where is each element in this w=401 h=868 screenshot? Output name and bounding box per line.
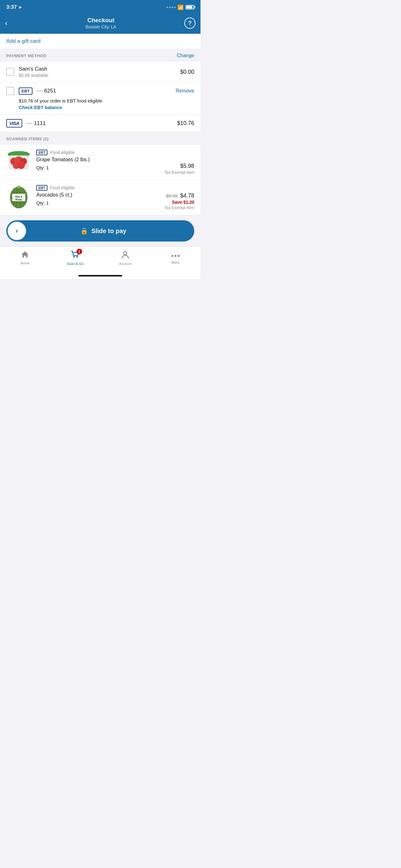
item-ebt-badge-avocado: EBT	[36, 185, 47, 191]
location-icon: ➤	[19, 5, 22, 10]
change-payment-button[interactable]: Change	[177, 53, 194, 58]
nav-label-account: Account	[119, 262, 132, 266]
nav-label-home: Home	[21, 261, 30, 265]
page-subtitle: Bossier City, LA	[18, 24, 184, 29]
battery-icon	[186, 5, 194, 9]
item-details-avocados: EBT Food eligible Avocados (5 ct.) Qty: …	[36, 185, 159, 210]
payment-method-section-header: PAYMENT METHOD Change	[0, 49, 201, 62]
home-bar	[78, 275, 122, 277]
svg-point-24	[76, 256, 78, 258]
help-button[interactable]: ?	[184, 18, 196, 29]
ebt-eligible-text: $10.76 of your order is EBT food eligibl…	[19, 98, 194, 103]
svg-point-28	[178, 255, 179, 257]
svg-point-26	[171, 255, 173, 257]
list-item: EBT Food eligible Grape Tomatoes (2 lbs.…	[0, 145, 201, 180]
item-qty-tomatoes: Qty: 1	[36, 165, 159, 170]
svg-point-7	[18, 161, 25, 169]
home-icon	[21, 251, 29, 260]
item-image-tomatoes	[6, 150, 31, 175]
wifi-icon: 📶	[177, 4, 183, 10]
slide-to-pay-track[interactable]: › 🔒 Slide to pay	[6, 220, 194, 242]
lock-icon: 🔒	[80, 227, 88, 235]
item-qty-avocados: Qty: 1	[36, 200, 159, 206]
item-save-avocados: Save $1.20	[172, 200, 194, 205]
slide-to-pay-container: › 🔒 Slide to pay	[0, 215, 201, 247]
item-pricing-tomatoes: $5.98 Tax Exempt item	[164, 150, 194, 175]
sams-cash-checkbox[interactable]	[6, 68, 14, 76]
scanned-items-label: SCANNED ITEMS (2)	[6, 136, 49, 141]
nav-item-more[interactable]: More	[151, 249, 201, 267]
item-food-label: Food eligible	[50, 150, 75, 155]
slide-to-pay-label: 🔒 Slide to pay	[80, 227, 126, 235]
status-bar: 3:37 ➤ 📶	[0, 0, 201, 14]
nav-item-home[interactable]: Home	[0, 249, 50, 267]
header: ‹ Checkout Bossier City, LA ?	[0, 14, 201, 34]
item-tax-exempt-avocados: Tax Exempt item	[164, 205, 194, 210]
status-icons: 📶	[166, 4, 194, 10]
item-pricing-avocados: $5.98 $4.78 Save $1.20 Tax Exempt item	[164, 185, 194, 210]
svg-point-8	[13, 158, 15, 159]
page-title: Checkout	[18, 17, 184, 24]
nav-item-account[interactable]: Account	[100, 249, 151, 267]
check-ebt-balance-link[interactable]: Check EBT balance	[19, 105, 194, 110]
sams-cash-amount: $0.00	[180, 69, 194, 75]
chevron-right-icon: ›	[15, 227, 18, 235]
ebt-card-number: ···· 6251	[37, 88, 171, 94]
svg-point-10	[23, 158, 24, 159]
item-original-price-avocados: $5.98	[166, 193, 178, 198]
svg-point-9	[18, 157, 20, 158]
header-center: Checkout Bossier City, LA	[18, 17, 184, 29]
signal-icon	[166, 6, 175, 8]
item-badges-tomatoes: EBT Food eligible	[36, 150, 159, 155]
bottom-navigation: Home 2 Scan & Go Account	[0, 247, 201, 273]
visa-card-number: ···· 1111	[27, 120, 173, 127]
item-badges-avocados: EBT Food eligible	[36, 185, 159, 191]
svg-rect-1	[8, 154, 30, 156]
sams-cash-name: Sam's Cash	[19, 66, 176, 72]
list-item: Ripe & Ready EBT Food eligible Avocados …	[0, 180, 201, 215]
slide-to-pay-handle[interactable]: ›	[7, 221, 26, 240]
cart-icon: 2	[71, 251, 80, 260]
back-button[interactable]: ‹	[5, 19, 18, 28]
home-indicator	[0, 273, 201, 279]
status-time: 3:37 ➤	[6, 4, 22, 10]
cart-badge: 2	[76, 249, 82, 254]
svg-point-27	[175, 255, 176, 257]
payment-method-label: PAYMENT METHOD	[6, 54, 46, 58]
nav-label-scan-go: Scan & Go	[67, 262, 83, 266]
more-icon	[171, 251, 179, 259]
sams-cash-payment-item: Sam's Cash $5.08 available $0.00	[0, 62, 201, 83]
item-details-tomatoes: EBT Food eligible Grape Tomatoes (2 lbs.…	[36, 150, 159, 175]
item-image-avocados: Ripe & Ready	[6, 185, 31, 210]
ebt-payment-item: EBT ···· 6251 Remove $10.76 of your orde…	[0, 83, 201, 115]
ebt-checkbox[interactable]	[6, 87, 14, 95]
add-gift-card-link[interactable]: Add a gift card	[6, 38, 41, 44]
ebt-notice: $10.76 of your order is EBT food eligibl…	[6, 98, 194, 110]
nav-item-scan-go[interactable]: 2 Scan & Go	[50, 249, 101, 267]
visa-badge: VISA	[6, 119, 22, 127]
visa-amount: $10.76	[177, 120, 194, 127]
item-tax-exempt-tomatoes: Tax Exempt item	[164, 170, 194, 175]
ebt-badge: EBT	[19, 88, 32, 95]
scanned-items-section-header: SCANNED ITEMS (2)	[0, 132, 201, 145]
person-icon	[122, 251, 129, 260]
item-sale-price-avocados: $4.78	[180, 192, 194, 199]
item-ebt-badge: EBT	[36, 150, 47, 155]
visa-payment-item: VISA ···· 1111 $10.76	[0, 115, 201, 132]
svg-rect-22	[17, 186, 20, 188]
ebt-remove-button[interactable]: Remove	[175, 88, 194, 94]
svg-point-23	[73, 256, 75, 258]
svg-text:Ready: Ready	[15, 198, 22, 201]
sams-cash-info: Sam's Cash $5.08 available	[19, 66, 176, 78]
nav-label-more: More	[171, 260, 179, 264]
item-name-avocados: Avocados (5 ct.)	[36, 192, 159, 198]
ebt-top-row: EBT ···· 6251 Remove	[6, 87, 194, 95]
item-name-tomatoes: Grape Tomatoes (2 lbs.)	[36, 157, 159, 162]
svg-text:Ripe &: Ripe &	[15, 195, 22, 198]
svg-point-25	[124, 251, 127, 255]
item-price-tomatoes: $5.98	[180, 163, 194, 169]
gift-card-row: Add a gift card	[0, 34, 201, 49]
item-food-label-avocado: Food eligible	[50, 185, 75, 190]
sams-cash-available: $5.08 available	[19, 73, 176, 78]
